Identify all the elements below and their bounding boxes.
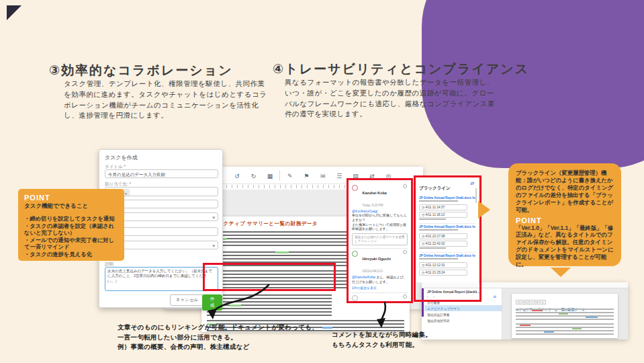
redline-change xyxy=(544,331,554,333)
dialog-title: タスクを作成 xyxy=(105,154,138,161)
red-annotation-box-paragraph xyxy=(203,263,336,291)
link-highlight xyxy=(322,327,332,329)
report-main-area: エクゼクティブサマリ エクゼクティブ サマリーと一覧の財務データ xyxy=(502,288,628,339)
note-comment: コメントを加えながら同時編集。 もちろんタスクも利用可能。 xyxy=(332,330,432,350)
section-trace-heading: ④トレーサビリティとコンプライアンス xyxy=(273,61,529,78)
point-paragraph: ブラックライン（変更履歴管理）機能：誰がいつどのように書き換えたかのログだけでな… xyxy=(516,169,614,214)
section-tag: エクゼクティブサマリ xyxy=(516,300,546,305)
point-title: POINT xyxy=(516,216,614,225)
sidebar-item-income-statement[interactable]: 連結損益計算書 xyxy=(424,311,502,317)
cancel-button[interactable]: キャンセル xyxy=(170,294,204,306)
point-box-blackline: ブラックライン（変更履歴管理）機能：誰がいつどのように書き換えたかのログだけでな… xyxy=(508,163,621,266)
corner-triangle-decoration xyxy=(7,5,21,20)
section-trace-body: 異なるフォーマットの報告書や分散したデータを一括管理し、いつ・誰が・どこを変更し… xyxy=(285,77,498,120)
sidebar-item-exec-summary[interactable]: エクゼクティブサマリ xyxy=(424,305,502,311)
report-page[interactable]: エクゼクティブサマリ エクゼクティブ サマリーと一覧の財務データ xyxy=(512,294,618,338)
mail-icon[interactable]: ✉ xyxy=(316,173,330,179)
section-collab-heading: ③効率的なコラボレーション xyxy=(49,62,233,79)
point-title: POINT xyxy=(24,194,118,202)
red-annotation-box-comments xyxy=(347,178,413,303)
undo-icon[interactable]: ↺ xyxy=(230,173,244,179)
redline-change xyxy=(586,317,598,318)
section-collab-body: タスク管理、テンプレート化、権限管理を駆使し、共同作業を効率的に進めます。タスク… xyxy=(64,79,269,121)
red-annotation-box-blackline xyxy=(414,175,481,302)
menu-icon[interactable]: ☰ xyxy=(332,173,346,179)
link-highlight xyxy=(230,305,241,307)
arrow-down-triangle xyxy=(551,268,571,277)
note-linking: 文章そのものにもリンキングが可能。ドキュメントが変わっても、 一言一句転用したい… xyxy=(118,323,318,352)
chevron-down-icon: ▾ xyxy=(212,241,215,249)
table-icon[interactable]: ▦ xyxy=(263,173,277,179)
point-bullets: ・締め切りを設定してタスクを通知 ・タスクの承認者を設定（承認されないと完了しな… xyxy=(24,215,118,258)
create-button[interactable]: 作成 xyxy=(202,294,222,311)
description-textarea[interactable]: 次月の売上見込みのデータを入力してください。（前月分までに入力のこと、2営業日以… xyxy=(105,267,218,291)
flag-icon[interactable]: ⚑ xyxy=(300,173,313,179)
redline-change xyxy=(559,313,568,315)
slide: ③効率的なコラボレーション タスク管理、テンプレート化、権限管理を駆使し、共同作… xyxy=(0,0,644,363)
redline-change xyxy=(572,328,582,329)
greeked-paragraph xyxy=(207,294,332,316)
edit-icon[interactable]: ✎ xyxy=(283,173,297,179)
compare-icon[interactable]: ⇄ xyxy=(494,294,496,298)
redo-icon[interactable]: ↻ xyxy=(246,173,260,179)
redline-change xyxy=(532,310,543,311)
sidebar-item-balance-sheet[interactable]: 連結貸借対照表 xyxy=(424,317,502,323)
point-paragraph: 「Ver.1.0」「Ver.1.1」「最終版」「修正済み」など、異なるタイトルで… xyxy=(516,225,614,269)
link-highlight xyxy=(275,251,289,253)
redline-change xyxy=(520,325,531,326)
chevron-down-icon: ▾ xyxy=(212,213,215,221)
title-field[interactable]: 今月の見込のデータ入力依頼 xyxy=(105,169,218,178)
point-box-task: POINT タスク機能でできること ・締め切りを設定してタスクを通知 ・タスクの… xyxy=(18,189,124,261)
point-subtitle: タスク機能でできること xyxy=(24,202,118,210)
arrow-right-triangle xyxy=(478,201,490,218)
document-heading: エクゼクティブ サマリーと一覧の財務データ xyxy=(207,220,318,227)
